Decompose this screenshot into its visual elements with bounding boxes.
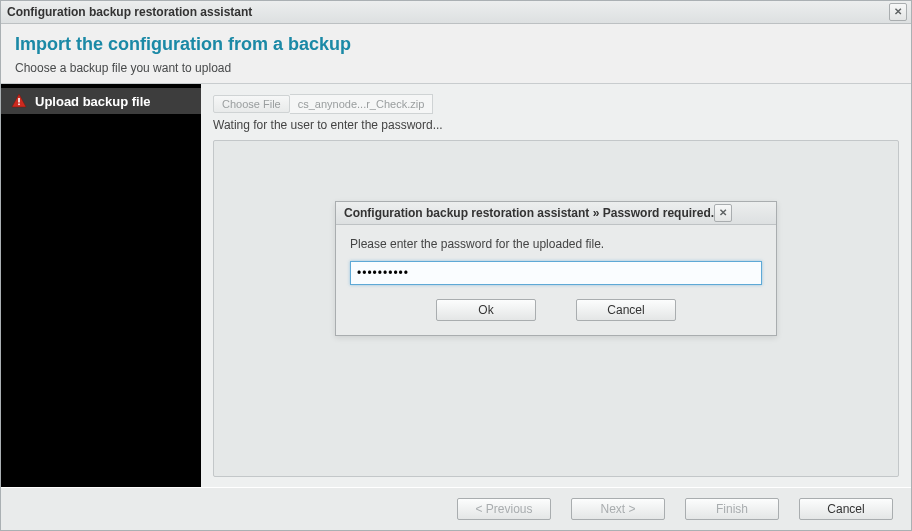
- password-dialog: Configuration backup restoration assista…: [335, 201, 777, 336]
- sidebar-step-label: Upload backup file: [35, 94, 151, 109]
- dialog-cancel-button[interactable]: Cancel: [576, 299, 676, 321]
- dialog-button-row: Ok Cancel: [350, 299, 762, 321]
- content-panel: Configuration backup restoration assista…: [213, 140, 899, 477]
- sidebar-step-upload[interactable]: Upload backup file: [1, 88, 201, 114]
- header-panel: Import the configuration from a backup C…: [1, 24, 911, 84]
- header-subtitle: Choose a backup file you want to upload: [15, 61, 897, 75]
- body-row: Upload backup file Choose File cs_anynod…: [1, 84, 911, 487]
- dialog-title: Configuration backup restoration assista…: [344, 206, 714, 220]
- footer: < Previous Next > Finish Cancel: [1, 487, 911, 530]
- window-titlebar: Configuration backup restoration assista…: [1, 1, 911, 24]
- password-input[interactable]: [350, 261, 762, 285]
- header-title: Import the configuration from a backup: [15, 34, 897, 55]
- next-button[interactable]: Next >: [571, 498, 665, 520]
- finish-button[interactable]: Finish: [685, 498, 779, 520]
- svg-rect-2: [18, 104, 20, 106]
- choose-file-button[interactable]: Choose File: [213, 95, 290, 113]
- status-text: Wating for the user to enter the passwor…: [213, 118, 899, 132]
- close-icon: ✕: [894, 7, 902, 17]
- cancel-button[interactable]: Cancel: [799, 498, 893, 520]
- ok-button[interactable]: Ok: [436, 299, 536, 321]
- svg-rect-1: [18, 98, 20, 103]
- previous-button[interactable]: < Previous: [457, 498, 551, 520]
- dialog-titlebar: Configuration backup restoration assista…: [336, 202, 776, 225]
- dialog-close-button[interactable]: ✕: [714, 204, 732, 222]
- alert-icon: [11, 93, 27, 109]
- main-window: Configuration backup restoration assista…: [0, 0, 912, 531]
- main-area: Choose File cs_anynode...r_Check.zip Wat…: [201, 84, 911, 487]
- chosen-file-name: cs_anynode...r_Check.zip: [290, 94, 434, 114]
- window-title: Configuration backup restoration assista…: [7, 5, 252, 19]
- dialog-message: Please enter the password for the upload…: [350, 237, 762, 251]
- dialog-body: Please enter the password for the upload…: [336, 225, 776, 335]
- sidebar: Upload backup file: [1, 84, 201, 487]
- file-chooser-row: Choose File cs_anynode...r_Check.zip: [213, 94, 899, 114]
- close-icon: ✕: [719, 208, 727, 218]
- window-close-button[interactable]: ✕: [889, 3, 907, 21]
